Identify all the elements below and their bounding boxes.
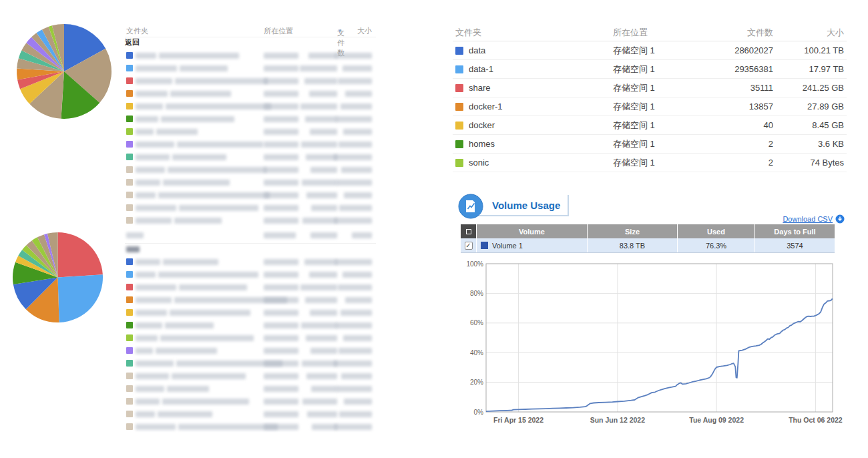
column-folder: 文件夹 xyxy=(126,26,148,36)
folder-row-blurred[interactable] xyxy=(125,189,376,202)
folder-name: data-1 xyxy=(469,64,493,74)
folder-size: 17.97 TB xyxy=(773,64,847,74)
folder-file-count: 40 xyxy=(700,120,773,130)
volume-checkbox[interactable]: ✓ xyxy=(465,242,473,250)
folder-row-blurred[interactable] xyxy=(125,281,376,294)
folder-row-blurred[interactable] xyxy=(125,421,376,433)
column-count: 文件数 xyxy=(700,27,773,39)
folder-color-chip xyxy=(126,65,133,71)
folder-size: 74 Bytes xyxy=(773,158,847,168)
section-title: Volume Usage xyxy=(492,200,560,211)
folder-row-blurred[interactable] xyxy=(125,75,376,87)
folder-color-chip xyxy=(126,373,133,379)
folder-color-chip xyxy=(126,411,133,417)
shared-folder-table: 文件夹 所在位置 文件数 大小 data存储空间 128602027100.21… xyxy=(453,24,847,172)
folder-color-chip xyxy=(126,217,133,224)
folder-size: 3.6 KB xyxy=(773,139,847,149)
column-location: 所在位置 xyxy=(264,26,293,36)
table-header: Volume Size Used Days to Full xyxy=(461,224,835,238)
folder-row-blurred[interactable] xyxy=(125,87,376,100)
folder-color-chip xyxy=(455,47,463,55)
table-header: 文件夹 所在位置 文件数 大小 xyxy=(453,24,847,41)
volume-row: ✓ Volume 1 83.8 TB 76.3% 3574 xyxy=(461,238,835,252)
folder-row[interactable]: docker存储空间 1408.45 GB xyxy=(453,116,847,135)
select-all-checkbox[interactable] xyxy=(461,224,477,238)
folder-row-blurred[interactable] xyxy=(125,126,376,138)
folder-row-blurred[interactable] xyxy=(125,370,376,383)
folder-row-blurred[interactable] xyxy=(125,319,376,332)
folder-row-blurred[interactable] xyxy=(125,268,376,281)
folder-row[interactable]: docker-1存储空间 11385727.89 GB xyxy=(453,97,847,116)
folder-location: 存储空间 1 xyxy=(613,120,700,132)
column-folder: 文件夹 xyxy=(453,27,613,39)
folder-file-count: 13857 xyxy=(700,101,773,111)
folder-row[interactable]: sonic存储空间 1274 Bytes xyxy=(453,154,847,172)
folder-name: data xyxy=(469,45,485,55)
back-row-blurred[interactable] xyxy=(125,244,376,256)
download-icon[interactable] xyxy=(835,214,845,224)
folder-size: 241.25 GB xyxy=(773,83,847,93)
folder-name: sonic xyxy=(469,158,489,168)
folder-row-blurred[interactable] xyxy=(125,383,376,395)
folder-row[interactable]: data-1存储空间 12935638117.97 TB xyxy=(453,60,847,79)
folder-color-chip xyxy=(455,159,463,167)
folder-color-chip xyxy=(455,84,463,92)
folder-row-blurred[interactable] xyxy=(125,113,376,126)
folder-row-blurred[interactable] xyxy=(125,256,376,268)
download-csv: Download CSV xyxy=(771,214,845,224)
folder-color-chip xyxy=(455,103,463,111)
y-tick-label: 80% xyxy=(470,290,483,297)
folder-row-blurred[interactable] xyxy=(125,151,376,164)
series-color-chip xyxy=(481,242,488,249)
folder-row-blurred[interactable] xyxy=(125,100,376,113)
pie-slice xyxy=(58,232,103,278)
folder-color-chip xyxy=(126,398,133,405)
folder-row-blurred[interactable] xyxy=(125,214,376,227)
folder-color-chip xyxy=(455,122,463,130)
folder-row-blurred[interactable] xyxy=(125,408,376,421)
volume-used: 76.3% xyxy=(678,238,755,252)
folder-row-blurred[interactable] xyxy=(125,345,376,357)
folder-row-blurred[interactable] xyxy=(125,395,376,408)
usage-line xyxy=(486,299,833,411)
folder-row-blurred[interactable] xyxy=(125,294,376,306)
folder-name: homes xyxy=(469,139,495,149)
folder-row-blurred[interactable] xyxy=(125,306,376,319)
folder-file-count: 29356381 xyxy=(700,64,773,74)
back-row[interactable]: 返回 xyxy=(125,37,376,49)
folder-row-blurred[interactable] xyxy=(125,62,376,75)
column-used: Used xyxy=(678,224,755,238)
folder-row-blurred[interactable] xyxy=(125,332,376,345)
folder-row[interactable]: share存储空间 135111241.25 GB xyxy=(453,79,847,97)
folder-row[interactable]: data存储空间 128602027100.21 TB xyxy=(453,41,847,60)
folder-color-chip xyxy=(126,423,133,430)
volume-usage-report-icon xyxy=(458,194,483,219)
volume-usage-table: Volume Size Used Days to Full ✓ Volume 1… xyxy=(461,224,835,253)
folder-location: 存储空间 1 xyxy=(613,45,700,57)
y-tick-label: 100% xyxy=(466,260,483,268)
folder-row-blurred[interactable] xyxy=(125,202,376,214)
column-location: 所在位置 xyxy=(613,27,700,39)
folder-row[interactable]: homes存储空间 123.6 KB xyxy=(453,135,847,154)
folder-color-chip xyxy=(455,65,463,73)
folder-color-chip xyxy=(126,166,133,173)
folder-row-blurred[interactable] xyxy=(125,164,376,176)
folder-location: 存储空间 1 xyxy=(613,138,700,150)
folder-row-blurred[interactable] xyxy=(125,138,376,151)
x-tick-label: Tue Aug 09 2022 xyxy=(689,416,744,424)
volume-days-to-full: 3574 xyxy=(755,238,835,252)
column-days-to-full: Days to Full xyxy=(755,224,835,238)
folder-location: 存储空间 1 xyxy=(613,157,700,169)
pie-slice xyxy=(58,274,103,322)
folder-row-blurred[interactable] xyxy=(125,176,376,189)
download-csv-link[interactable]: Download CSV xyxy=(783,215,833,223)
folder-file-count: 2 xyxy=(700,158,773,168)
volume-size: 83.8 TB xyxy=(588,238,678,252)
folder-size: 100.21 TB xyxy=(773,45,847,55)
folder-row-blurred[interactable] xyxy=(125,49,376,62)
folder-color-chip xyxy=(126,204,133,211)
folder-row-blurred[interactable] xyxy=(125,357,376,370)
folder-color-chip xyxy=(126,360,133,367)
folder-color-chip xyxy=(126,192,133,198)
folder-color-chip xyxy=(126,322,133,328)
